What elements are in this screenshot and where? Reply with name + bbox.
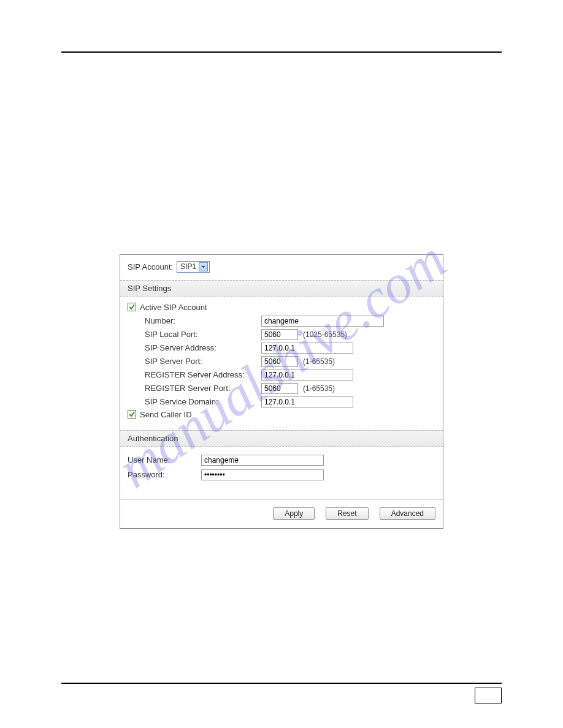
reg-port-hint: (1-65535) xyxy=(303,384,335,393)
figure-caption: Figure 44 VoIP > SIP > SIP Account xyxy=(61,232,502,242)
local-port-label: SIP Local Port: xyxy=(145,330,261,339)
reg-addr-input[interactable] xyxy=(261,370,353,381)
body-p2: The Device uses a SIP account to make ou… xyxy=(61,135,502,183)
chapter-header: Chapter 8 SIP xyxy=(61,37,502,47)
reg-addr-label: REGISTER Server Address: xyxy=(145,370,261,379)
active-sip-checkbox[interactable] xyxy=(128,303,136,311)
figure-title: VoIP > SIP > SIP Account xyxy=(107,232,209,242)
domain-input[interactable] xyxy=(261,396,353,408)
section-number: 8.4 xyxy=(61,113,80,129)
number-label: Number: xyxy=(145,316,261,325)
reg-port-label: REGISTER Server Port: xyxy=(145,384,261,393)
auth-header: Authentication xyxy=(120,430,443,447)
server-addr-label: SIP Server Address: xyxy=(145,343,261,352)
body-p3-a: To access this screen, click xyxy=(61,203,158,212)
password-input[interactable] xyxy=(201,469,324,480)
local-port-hint: (1025-65535) xyxy=(303,330,347,339)
username-label: User Name: xyxy=(128,455,201,464)
server-port-hint: (1-65535) xyxy=(303,357,335,366)
server-addr-input[interactable] xyxy=(261,343,353,354)
server-port-input[interactable] xyxy=(261,356,298,367)
body-p3-c: . xyxy=(256,203,259,212)
username-input[interactable] xyxy=(201,455,324,466)
password-label: Password: xyxy=(128,470,201,479)
page-number: 137 xyxy=(475,688,502,703)
domain-label: SIP Service Domain: xyxy=(145,397,261,406)
advanced-button[interactable]: Advanced xyxy=(380,507,435,520)
reg-port-input[interactable] xyxy=(261,383,298,394)
send-caller-label: Send Caller ID xyxy=(140,410,192,419)
section-title: The SIP Account Screen xyxy=(91,113,247,129)
apply-button[interactable]: Apply xyxy=(273,507,315,520)
sip-panel: SIP Account: SIP1 SIP Settings Active SI… xyxy=(120,254,443,529)
sip-account-label: SIP Account: xyxy=(128,262,173,271)
intro-paragraph: You should have a voice account already … xyxy=(61,71,502,95)
chevron-down-icon xyxy=(199,262,208,271)
section-heading: 8.4 The SIP Account Screen xyxy=(61,113,502,129)
table-caption: The following table describes the labels… xyxy=(61,541,502,553)
number-input[interactable] xyxy=(261,316,384,327)
body-p3-bold: VoIP > SIP > SIP Account xyxy=(159,203,254,212)
active-sip-label: Active SIP Account xyxy=(140,303,207,312)
footer-guide: P-2612HNU-Fx User's Guide xyxy=(61,691,164,700)
top-rule xyxy=(61,51,502,53)
sip-account-select[interactable]: SIP1 xyxy=(177,261,210,273)
figure-label: Figure 44 xyxy=(61,232,99,242)
reset-button[interactable]: Reset xyxy=(326,507,368,520)
sip-account-selected: SIP1 xyxy=(180,262,196,271)
server-port-label: SIP Server Port: xyxy=(145,357,261,366)
body-p3: To access this screen, click VoIP > SIP … xyxy=(61,202,502,214)
sip-settings-header: SIP Settings xyxy=(120,280,443,297)
local-port-input[interactable] xyxy=(261,329,298,340)
send-caller-checkbox[interactable] xyxy=(128,410,136,419)
